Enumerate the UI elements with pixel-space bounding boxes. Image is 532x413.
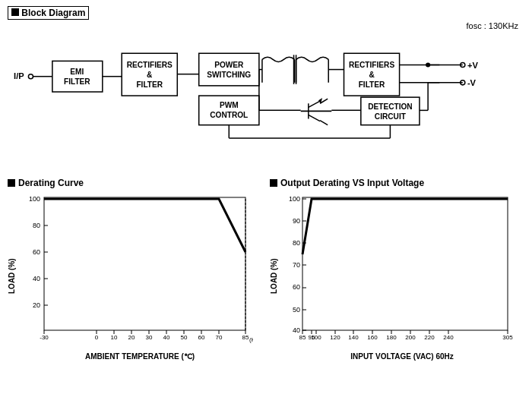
output-title-icon [270, 179, 277, 187]
svg-text:SWITCHING: SWITCHING [207, 71, 251, 79]
svg-text:+V: +V [467, 61, 479, 70]
derating-curve-title: Derating Curve [8, 178, 262, 188]
svg-text:10: 10 [111, 334, 118, 341]
svg-text:120: 120 [330, 334, 340, 341]
svg-text:60: 60 [293, 283, 300, 291]
derating-title-label: Derating Curve [18, 178, 84, 188]
svg-text:160: 160 [367, 334, 378, 341]
svg-rect-90 [302, 197, 508, 330]
svg-text:FILTER: FILTER [136, 80, 163, 89]
svg-text:40: 40 [163, 334, 170, 341]
svg-text:POWER: POWER [214, 61, 244, 69]
svg-text:80: 80 [293, 239, 300, 247]
svg-text:20: 20 [128, 334, 135, 341]
output-x-axis-label: INPUT VOLTAGE (VAC) 60Hz [280, 352, 524, 361]
diagram-svg: I/P EMI FILTER RECTIFIERS & FILTER POWER… [8, 27, 524, 156]
svg-line-45 [309, 115, 320, 121]
svg-rect-12 [199, 53, 259, 86]
diagram-area: I/P EMI FILTER RECTIFIERS & FILTER POWER… [8, 27, 524, 156]
svg-text:20: 20 [33, 301, 40, 309]
svg-point-1 [28, 74, 33, 79]
svg-text:(HORIZONTAL): (HORIZONTAL) [249, 336, 253, 343]
svg-line-48 [320, 121, 328, 125]
svg-text:40: 40 [33, 275, 40, 282]
block-diagram-label: Block Diagram [21, 8, 85, 18]
svg-text:40: 40 [293, 326, 300, 334]
svg-text:100: 100 [29, 195, 40, 203]
svg-text:180: 180 [386, 334, 397, 341]
title-box: Block Diagram [8, 6, 89, 20]
output-chart-wrapper: LOAD (%) 100 90 80 70 [270, 191, 524, 361]
svg-text:-30: -30 [40, 334, 49, 341]
svg-text:RECTIFIERS: RECTIFIERS [127, 61, 173, 69]
svg-text:CIRCUIT: CIRCUIT [375, 112, 407, 121]
output-title-label: Output Derating VS Input Voltage [280, 178, 424, 188]
svg-text:RECTIFIERS: RECTIFIERS [349, 61, 394, 69]
output-derating-title: Output Derating VS Input Voltage [270, 178, 524, 188]
output-chart-svg: 100 90 80 70 60 50 40 [280, 191, 515, 351]
block-diagram-title: Block Diagram [8, 6, 524, 20]
derating-curve-section: Derating Curve LOAD (%) 100 80 60 40 [8, 178, 262, 361]
svg-text:140: 140 [348, 334, 359, 341]
svg-text:FILTER: FILTER [359, 80, 385, 89]
svg-rect-15 [199, 96, 259, 125]
svg-rect-57 [44, 197, 245, 330]
svg-rect-39 [361, 97, 420, 125]
svg-text:200: 200 [405, 334, 416, 341]
svg-rect-3 [52, 61, 103, 92]
black-square-icon [11, 8, 19, 16]
svg-text:80: 80 [33, 222, 40, 229]
derating-chart-wrapper: LOAD (%) 100 80 60 40 20 [8, 191, 262, 361]
svg-text:50: 50 [293, 306, 300, 314]
output-derating-section: Output Derating VS Input Voltage LOAD (%… [270, 178, 524, 361]
svg-text:&: & [369, 71, 374, 79]
svg-text:70: 70 [293, 261, 300, 269]
derating-title-icon [8, 179, 15, 187]
svg-text:85: 85 [242, 334, 249, 341]
derating-chart-svg: 100 80 60 40 20 -30 [17, 191, 253, 351]
svg-text:220: 220 [424, 334, 435, 341]
bottom-section: Derating Curve LOAD (%) 100 80 60 40 [0, 178, 532, 361]
output-y-axis-label: LOAD (%) [270, 191, 278, 361]
svg-text:&: & [147, 71, 152, 79]
svg-text:0: 0 [95, 334, 99, 341]
svg-text:90: 90 [293, 217, 300, 225]
block-diagram-section: Block Diagram fosc : 130KHz I/P EMI FILT… [0, 0, 532, 175]
derating-y-axis-label: LOAD (%) [8, 191, 16, 361]
svg-text:FILTER: FILTER [64, 77, 90, 86]
svg-text:EMI: EMI [70, 68, 84, 76]
svg-text:70: 70 [216, 334, 223, 341]
svg-text:I/P: I/P [14, 71, 24, 80]
svg-text:100: 100 [311, 334, 321, 341]
svg-text:CONTROL: CONTROL [210, 112, 248, 120]
derating-x-axis-label: AMBIENT TEMPERATURE (℃) [17, 352, 262, 361]
svg-text:50: 50 [181, 334, 188, 341]
svg-text:60: 60 [198, 334, 205, 341]
svg-text:305: 305 [502, 334, 513, 341]
derating-chart-area: 100 80 60 40 20 -30 [17, 191, 262, 361]
svg-text:85: 85 [299, 334, 306, 341]
svg-text:240: 240 [443, 334, 454, 341]
svg-line-44 [309, 101, 320, 107]
svg-text:PWM: PWM [220, 101, 239, 109]
svg-text:30: 30 [146, 334, 153, 341]
svg-text:DETECTION: DETECTION [368, 102, 413, 111]
svg-text:-V: -V [467, 78, 477, 87]
svg-text:100: 100 [289, 195, 300, 203]
output-chart-area: 100 90 80 70 60 50 40 [280, 191, 524, 361]
svg-text:60: 60 [33, 248, 40, 256]
